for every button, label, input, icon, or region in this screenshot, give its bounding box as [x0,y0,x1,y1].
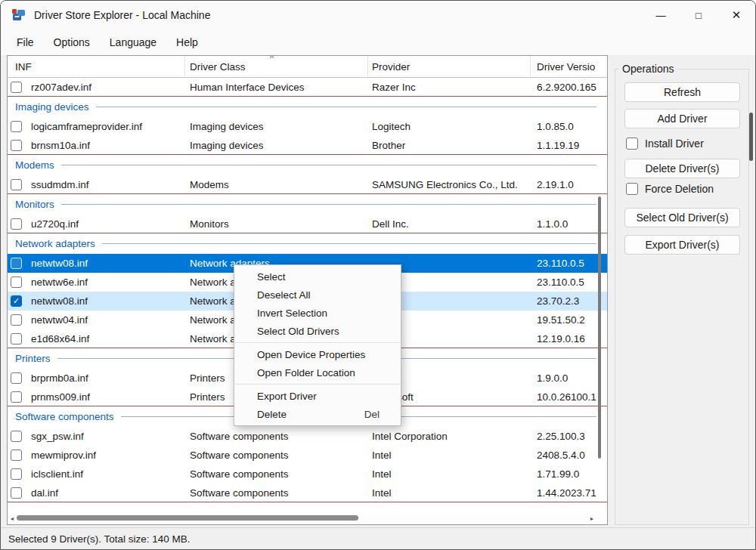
window-controls: — □ ✕ [642,1,755,29]
inf-name: ssudmdm.inf [31,179,89,190]
group-label: Network adapters [15,238,95,249]
status-text: Selected 9 Driver(s). Total size: 140 MB… [8,533,191,545]
table-row[interactable]: u2720q.infMonitorsDell Inc.1.1.0.0 [8,215,607,233]
driver-class-cell: Imaging devices [185,121,368,132]
context-menu-item[interactable]: Open Device Properties [234,345,401,363]
provider-cell: Brother [368,140,531,151]
minimize-button[interactable]: — [642,1,680,29]
inf-cell: netwtw04.inf [8,314,185,326]
row-checkbox[interactable] [11,391,22,403]
table-row[interactable]: mewmiprov.infSoftware componentsIntel240… [8,446,607,465]
menu-item-label: Open Device Properties [257,349,365,360]
column-header-inf[interactable]: INF [8,56,185,77]
inf-name: dal.inf [31,487,58,499]
horizontal-scrollbar[interactable]: ◄ ► [8,512,607,524]
row-checkbox[interactable] [11,431,22,442]
inf-cell: brnsm10a.inf [8,140,185,151]
group-header[interactable]: Monitors [8,194,607,215]
version-cell: 10.0.26100.1 [531,391,607,403]
row-checkbox[interactable] [11,487,22,499]
app-window: Driver Store Explorer - Local Machine — … [0,0,756,550]
table-row[interactable]: ssudmdm.infModemsSAMSUNG Electronics Co.… [8,175,607,194]
context-menu-item[interactable]: Invert Selection [234,304,401,322]
driver-class-cell: Software components [185,431,368,442]
force-deletion-label: Force Deletion [645,183,714,195]
row-checkbox[interactable]: ✓ [11,295,22,307]
column-header-provider[interactable]: Provider [368,56,531,77]
inf-name: brprmb0a.inf [31,372,88,384]
inf-cell: iclsclient.inf [8,468,185,480]
row-checkbox[interactable] [11,450,22,461]
export-drivers-button[interactable]: Export Driver(s) [624,235,740,255]
horizontal-scrollbar-thumb[interactable] [17,515,358,521]
select-old-drivers-button[interactable]: Select Old Driver(s) [624,208,740,227]
row-checkbox[interactable] [11,277,22,288]
table-row[interactable]: rz007adev.infHuman Interface DevicesRaze… [8,78,607,97]
group-header[interactable]: Network adapters [8,233,607,254]
context-menu-item[interactable]: Select Old Drivers [234,322,401,340]
menu-item-label: Export Driver [257,391,317,402]
scroll-left-icon[interactable]: ◄ [8,516,17,521]
menu-language[interactable]: Language [101,32,165,52]
provider-cell: Intel [368,487,531,499]
version-cell: 2408.5.4.0 [531,450,607,461]
column-header-driver-class[interactable]: ^ Driver Class [185,56,368,77]
vertical-scrollbar-thumb[interactable] [598,196,601,459]
inf-cell: ✓netwtw08.inf [8,295,185,307]
group-header[interactable]: Imaging devices [8,97,607,117]
checkbox-icon [626,138,638,150]
row-checkbox[interactable] [11,314,22,326]
inf-name: sgx_psw.inf [31,431,84,442]
context-menu-item[interactable]: Deselect All [234,286,401,304]
delete-drivers-button[interactable]: Delete Driver(s) [624,159,740,178]
refresh-button[interactable]: Refresh [624,82,740,102]
inf-cell: logicamframeprovider.inf [8,121,185,132]
context-menu-item[interactable]: Open Folder Location [234,363,401,382]
column-header-driver-version[interactable]: Driver Versio [531,56,607,77]
driver-class-cell: Monitors [185,218,368,230]
group-label: Printers [15,353,51,364]
context-menu: SelectDeselect AllInvert SelectionSelect… [234,264,401,426]
row-checkbox[interactable] [11,82,22,93]
version-cell: 12.19.0.16 [531,333,607,345]
provider-cell: SAMSUNG Electronics Co., Ltd. [368,179,531,190]
inf-cell: rz007adev.inf [8,82,185,93]
add-driver-button[interactable]: Add Driver [624,109,740,128]
row-checkbox[interactable] [11,258,22,269]
inf-cell: sgx_psw.inf [8,431,185,442]
row-checkbox[interactable] [11,218,22,230]
row-checkbox[interactable] [11,179,22,190]
table-row[interactable]: iclsclient.infSoftware componentsIntel1.… [8,465,607,484]
install-driver-checkbox[interactable]: Install Driver [626,138,704,150]
menu-file[interactable]: File [8,32,42,52]
inf-name: prnms009.inf [31,391,90,403]
window-title: Driver Store Explorer - Local Machine [34,9,210,21]
row-checkbox[interactable] [11,333,22,345]
table-row[interactable]: logicamframeprovider.infImaging devicesL… [8,117,607,136]
inf-cell: dal.inf [8,487,185,499]
window-scrollbar-thumb[interactable] [749,113,753,161]
group-label: Software components [15,411,114,422]
maximize-button[interactable]: □ [680,1,717,29]
menu-help[interactable]: Help [168,32,206,52]
menu-options[interactable]: Options [45,32,98,52]
table-row[interactable]: dal.infSoftware componentsIntel1.44.2023… [8,484,607,502]
context-menu-item[interactable]: Export Driver [234,387,401,405]
close-button[interactable]: ✕ [717,1,755,29]
group-line [96,107,596,107]
row-checkbox[interactable] [11,468,22,480]
provider-cell: Intel [368,450,531,461]
version-cell: 1.71.99.0 [531,468,607,480]
row-checkbox[interactable] [11,121,22,132]
group-line [61,204,596,205]
table-row[interactable]: sgx_psw.infSoftware componentsIntel Corp… [8,427,607,446]
group-header[interactable]: Modems [8,155,607,175]
context-menu-item[interactable]: Select [234,267,401,286]
table-row[interactable]: brnsm10a.infImaging devicesBrother1.1.19… [8,136,607,155]
menu-item-label: Invert Selection [257,307,327,319]
row-checkbox[interactable] [11,372,22,384]
row-checkbox[interactable] [11,140,22,151]
force-deletion-checkbox[interactable]: Force Deletion [626,183,714,195]
context-menu-item[interactable]: DeleteDel [234,405,401,423]
scroll-right-icon[interactable]: ► [587,516,596,521]
